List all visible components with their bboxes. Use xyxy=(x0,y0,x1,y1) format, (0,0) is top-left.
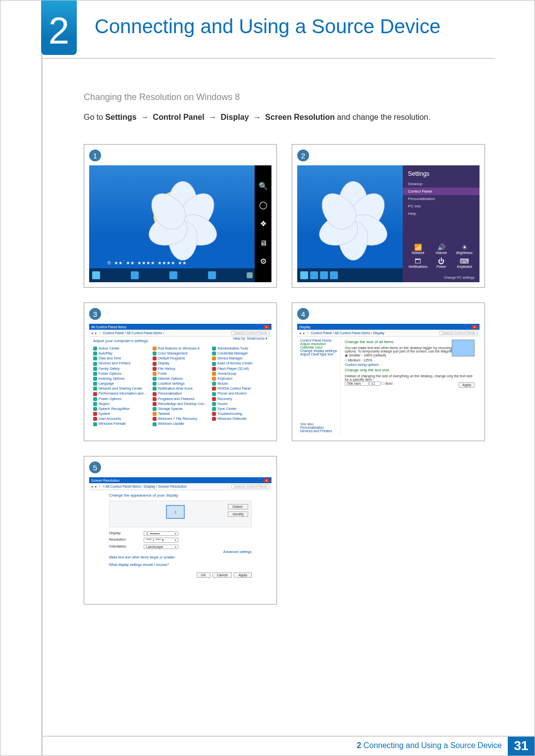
control-panel-item[interactable]: Devices and Printers xyxy=(93,361,149,366)
resolution-select[interactable]: **** × **** ▾ xyxy=(144,538,178,543)
devices-charm-icon[interactable]: 🖥 xyxy=(258,238,268,248)
address-bar[interactable]: ◂ ▸ ↑ « All Control Panel Items › Displa… xyxy=(89,483,271,490)
power-icon[interactable]: ⏻Power xyxy=(431,257,451,268)
control-panel-item[interactable]: Location Settings xyxy=(153,381,208,386)
text-size-controls[interactable]: Title bars 11 ☐ Bold xyxy=(345,381,476,386)
search-input[interactable]: Search Control Panel xyxy=(231,484,269,489)
taskbar[interactable] xyxy=(89,268,271,282)
control-panel-item[interactable]: Speech Recognition xyxy=(93,406,149,411)
control-panel-item[interactable]: Sound xyxy=(212,402,268,406)
control-panel-item[interactable]: Administrative Tools xyxy=(212,346,268,351)
control-panel-item[interactable]: Color Management xyxy=(153,351,208,356)
control-panel-item[interactable]: NVIDIA Control Panel xyxy=(212,386,268,391)
settings-item-personalization[interactable]: Personalization xyxy=(408,195,475,202)
calibrate-color-link[interactable]: Calibrate color xyxy=(300,346,337,349)
search-input[interactable]: Search Control Panel xyxy=(231,331,269,335)
start-button-icon[interactable] xyxy=(300,271,308,279)
control-panel-home-link[interactable]: Control Panel Home xyxy=(300,339,337,342)
taskbar-app-icon[interactable] xyxy=(320,271,328,279)
control-panel-item[interactable]: RemoteApp and Desktop Connections xyxy=(153,402,208,406)
control-panel-item[interactable]: Windows Firewall xyxy=(93,421,149,426)
orientation-select[interactable]: Landscape xyxy=(144,545,178,549)
ok-button[interactable]: OK xyxy=(197,572,211,578)
nav-back-icon[interactable]: ◂ xyxy=(91,485,93,489)
detect-button[interactable]: Detect xyxy=(228,504,248,509)
nav-back-icon[interactable]: ◂ xyxy=(299,331,301,335)
control-panel-item[interactable]: Network and Sharing Center xyxy=(93,386,149,391)
monitor-1-icon[interactable]: 1 xyxy=(166,505,185,519)
change-display-settings-link[interactable]: Change display settings xyxy=(300,349,337,353)
custom-sizing-link[interactable]: Custom sizing options xyxy=(345,362,476,367)
control-panel-item[interactable]: Taskbar xyxy=(153,411,208,416)
control-panel-item[interactable]: Phone and Modem xyxy=(212,391,268,396)
what-settings-link[interactable]: What display settings should I choose? xyxy=(109,561,252,568)
settings-item-control-panel[interactable]: Control Panel xyxy=(403,188,480,195)
control-panel-item[interactable]: Keyboard xyxy=(212,376,268,381)
adjust-cleartype-link[interactable]: Adjust ClearType text xyxy=(300,353,337,356)
control-panel-item[interactable]: Programs and Features xyxy=(153,397,208,402)
apply-button[interactable]: Apply xyxy=(459,382,475,388)
nav-back-icon[interactable]: ◂ xyxy=(91,331,93,335)
taskbar-app-icon[interactable] xyxy=(330,271,338,279)
nav-up-icon[interactable]: ↑ xyxy=(99,331,101,335)
breadcrumb[interactable]: Control Panel › All Control Panel Items … xyxy=(311,331,385,335)
control-panel-item[interactable]: Performance Information and Tools xyxy=(93,391,149,396)
control-panel-item[interactable]: Sync Center xyxy=(212,406,268,411)
nav-fwd-icon[interactable]: ▸ xyxy=(303,331,305,335)
control-panel-item[interactable]: Family Safety xyxy=(93,366,149,371)
nav-up-icon[interactable]: ↑ xyxy=(99,485,101,488)
control-panel-item[interactable]: Add features to Windows 8 xyxy=(153,346,208,351)
taskbar-app-icon[interactable] xyxy=(131,271,139,279)
control-panel-item[interactable]: Storage Spaces xyxy=(153,406,208,411)
charms-bar[interactable]: 🔍 ◯ ❖ 🖥 ⚙ xyxy=(255,165,271,282)
make-text-larger-link[interactable]: Make text and other items larger or smal… xyxy=(109,554,252,561)
window-titlebar[interactable]: All Control Panel Items × xyxy=(89,324,271,330)
control-panel-item[interactable]: Windows 7 File Recovery xyxy=(153,416,208,421)
control-panel-item[interactable]: Notification Area Icons xyxy=(153,386,208,391)
control-panel-item[interactable]: File History xyxy=(153,366,208,371)
control-panel-item[interactable]: Device Manager xyxy=(212,356,268,361)
brightness-icon[interactable]: ☀Brightness xyxy=(454,244,475,254)
keyboard-icon[interactable]: ⌨Keyboard xyxy=(454,257,475,268)
address-bar[interactable]: ◂ ▸ ↑ Control Panel › All Control Panel … xyxy=(89,330,271,337)
settings-item-pc-info[interactable]: PC info xyxy=(408,202,475,210)
control-panel-item[interactable]: Date and Time xyxy=(93,356,149,361)
control-panel-item[interactable]: Internet Options xyxy=(153,376,208,381)
cancel-button[interactable]: Cancel xyxy=(213,572,232,578)
size-option-medium[interactable]: ○ Medium - 125% xyxy=(345,358,476,362)
window-titlebar[interactable]: Screen Resolution × xyxy=(89,477,271,483)
search-input[interactable]: Search Control Panel xyxy=(439,331,478,335)
nav-up-icon[interactable]: ↑ xyxy=(307,331,309,335)
breadcrumb[interactable]: Control Panel › All Control Panel Items … xyxy=(103,331,164,335)
network-icon[interactable]: 📶Network xyxy=(408,244,428,254)
control-panel-item[interactable]: Credential Manager xyxy=(212,351,268,356)
taskbar-app-icon[interactable] xyxy=(169,271,177,279)
breadcrumb[interactable]: « All Control Panel Items › Display › Sc… xyxy=(103,485,187,488)
monitor-layout-area[interactable]: 1 Detect Identify xyxy=(109,501,252,527)
settings-charm-icon[interactable]: ⚙ xyxy=(258,256,268,266)
tray-icon[interactable] xyxy=(247,272,253,278)
control-panel-item[interactable]: Region xyxy=(93,402,149,406)
see-also-personalization[interactable]: Personalization xyxy=(300,426,332,429)
control-panel-item[interactable]: Display xyxy=(153,361,208,366)
identify-button[interactable]: Identify xyxy=(228,511,248,517)
control-panel-item[interactable]: Mouse xyxy=(212,381,268,386)
control-panel-item[interactable]: Flash Player (32-bit) xyxy=(212,366,268,371)
control-panel-item[interactable]: AutoPlay xyxy=(93,351,149,356)
control-panel-item[interactable]: System xyxy=(93,411,149,416)
control-panel-item[interactable]: Recovery xyxy=(212,397,268,402)
window-titlebar[interactable]: Display × xyxy=(297,324,480,330)
control-panel-item[interactable]: Default Programs xyxy=(153,356,208,361)
view-by-selector[interactable]: View by: Small icons ▾ xyxy=(233,337,271,341)
control-panel-item[interactable]: Folder Options xyxy=(93,371,149,376)
settings-item-help[interactable]: Help xyxy=(408,210,475,217)
control-panel-item[interactable]: Fonts xyxy=(153,371,208,376)
volume-icon[interactable]: 🔊Volume xyxy=(431,244,451,254)
close-icon[interactable]: × xyxy=(472,325,478,329)
control-panel-item[interactable]: Windows Update xyxy=(153,421,208,426)
close-icon[interactable]: × xyxy=(264,479,269,482)
share-charm-icon[interactable]: ◯ xyxy=(258,200,268,210)
apply-button[interactable]: Apply xyxy=(234,572,252,578)
nav-fwd-icon[interactable]: ▸ xyxy=(95,331,97,335)
nav-fwd-icon[interactable]: ▸ xyxy=(95,485,97,489)
